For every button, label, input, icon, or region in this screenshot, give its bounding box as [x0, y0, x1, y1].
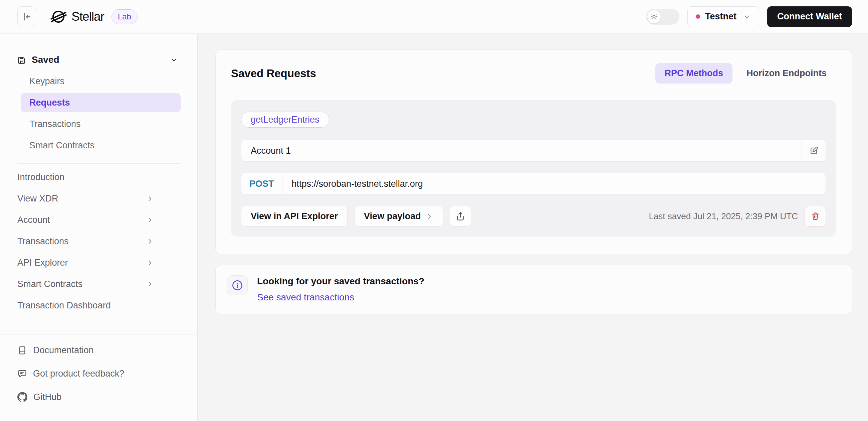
request-url-group: POST https://soroban-testnet.stellar.org	[241, 173, 826, 195]
collapse-sidebar-button[interactable]	[18, 6, 36, 27]
info-text-block: Looking for your saved transactions? See…	[257, 275, 424, 303]
delete-request-button[interactable]	[805, 206, 826, 227]
sidebar-item-transaction-dashboard[interactable]: Transaction Dashboard	[18, 295, 181, 316]
saved-request-item: getLedgerEntries POST https://soroban-te…	[231, 100, 836, 236]
request-name-input[interactable]	[241, 140, 802, 161]
view-payload-button[interactable]: View payload	[354, 206, 443, 227]
sidebar-item-transactions[interactable]: Transactions	[21, 115, 181, 133]
sidebar-group-saved-label: Saved	[32, 54, 59, 65]
sidebar: Saved Keypairs Requests Transactions Sma…	[0, 34, 198, 421]
saved-requests-card: Saved Requests RPC Methods Horizon Endpo…	[215, 50, 852, 254]
brand-name: Stellar	[71, 10, 104, 24]
sidebar-item-api-explorer[interactable]: API Explorer	[18, 252, 181, 273]
saved-requests-header: Saved Requests RPC Methods Horizon Endpo…	[231, 63, 836, 84]
github-icon	[18, 392, 27, 402]
info-question: Looking for your saved transactions?	[257, 276, 424, 287]
share-upload-icon	[455, 211, 465, 221]
network-selector-label: Testnet	[705, 11, 737, 22]
saved-transactions-info-card: Looking for your saved transactions? See…	[215, 265, 852, 314]
sidebar-item-documentation[interactable]: Documentation	[18, 338, 180, 362]
sidebar-item-github[interactable]: GitHub	[18, 385, 180, 409]
network-status-dot	[696, 15, 700, 19]
chevron-right-icon	[146, 216, 154, 224]
request-actions-row: View in API Explorer View payload Last s…	[241, 206, 826, 227]
stellar-lab-app: Stellar Lab Testnet Connect Wallet	[0, 0, 868, 421]
brand-logo[interactable]: Stellar Lab	[50, 8, 137, 25]
chevron-right-icon	[146, 237, 154, 245]
chevron-right-icon	[146, 280, 154, 288]
page-title: Saved Requests	[231, 67, 316, 80]
sidebar-item-smart-contracts-nav[interactable]: Smart Contracts	[18, 273, 181, 295]
sidebar-group-saved[interactable]: Saved	[18, 49, 181, 71]
book-icon	[18, 345, 27, 355]
theme-toggle[interactable]	[646, 9, 679, 25]
sidebar-nav: Saved Keypairs Requests Transactions Sma…	[0, 34, 197, 334]
sidebar-item-smart-contracts[interactable]: Smart Contracts	[21, 136, 181, 155]
sidebar-item-feedback[interactable]: Got product feedback?	[18, 362, 180, 385]
info-icon	[227, 275, 248, 296]
request-name-field-group	[241, 140, 826, 162]
see-saved-transactions-link[interactable]: See saved transactions	[257, 292, 354, 303]
sidebar-footer: Documentation Got product feedback? GitH…	[0, 334, 197, 421]
tab-horizon-endpoints[interactable]: Horizon Endpoints	[737, 63, 836, 84]
share-request-button[interactable]	[450, 206, 471, 227]
chevron-down-icon	[743, 13, 751, 21]
chevron-right-icon	[146, 195, 154, 202]
trash-icon	[810, 211, 820, 221]
light-mode-sun-icon	[647, 10, 661, 23]
rpc-method-badge: getLedgerEntries	[241, 112, 329, 128]
chevron-right-icon	[146, 259, 154, 266]
sidebar-item-transactions-nav[interactable]: Transactions	[18, 230, 181, 252]
lab-badge: Lab	[112, 9, 137, 24]
feedback-icon	[18, 369, 27, 378]
save-icon	[18, 55, 26, 64]
sidebar-item-view-xdr[interactable]: View XDR	[18, 188, 181, 209]
collapse-sidebar-icon	[22, 12, 32, 22]
sidebar-item-account[interactable]: Account	[18, 209, 181, 230]
last-saved-timestamp: Last saved Jul 21, 2025, 2:39 PM UTC	[649, 211, 798, 222]
saved-sub-list: Keypairs Requests Transactions Smart Con…	[18, 72, 181, 155]
request-url: https://soroban-testnet.stellar.org	[282, 173, 432, 194]
chevron-down-icon	[170, 56, 178, 64]
network-selector[interactable]: Testnet	[687, 6, 759, 27]
request-type-tabs: RPC Methods Horizon Endpoints	[655, 63, 836, 84]
sidebar-divider	[18, 163, 181, 164]
top-bar-actions: Testnet Connect Wallet	[646, 6, 852, 27]
chevron-right-icon	[426, 213, 433, 220]
stellar-logo-icon	[50, 8, 67, 25]
connect-wallet-button[interactable]: Connect Wallet	[767, 6, 852, 27]
http-method-label: POST	[241, 173, 282, 194]
sidebar-item-keypairs[interactable]: Keypairs	[21, 72, 181, 90]
sidebar-item-introduction[interactable]: Introduction	[18, 166, 181, 188]
top-bar: Stellar Lab Testnet Connect Wallet	[0, 0, 868, 33]
view-in-api-explorer-button[interactable]: View in API Explorer	[241, 206, 347, 227]
edit-pencil-icon	[809, 146, 819, 156]
sidebar-item-requests[interactable]: Requests	[21, 93, 181, 112]
edit-name-button[interactable]	[802, 140, 826, 161]
main-content: Saved Requests RPC Methods Horizon Endpo…	[198, 34, 868, 421]
tab-rpc-methods[interactable]: RPC Methods	[655, 63, 733, 84]
